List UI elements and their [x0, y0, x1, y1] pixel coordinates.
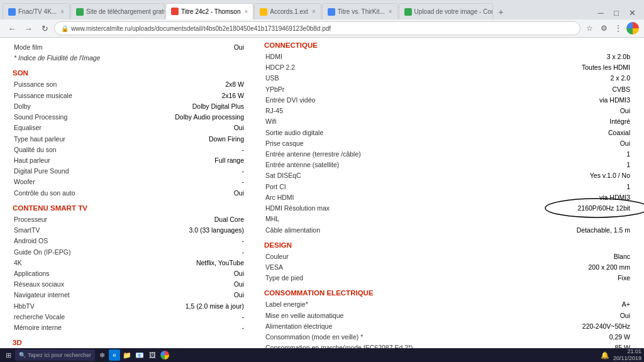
taskbar-right: 🔔 21:01 20/11/2019	[599, 348, 641, 362]
back-button[interactable]: ←	[5, 21, 19, 35]
page-wrapper: Fnac/TV 4K... × Site de téléchargement g…	[0, 0, 644, 362]
address-text: www.mistercalmlte.ru/uploads/documentsde…	[71, 25, 574, 32]
left-column: Mode film Oui * Indice de Fluidité de l'…	[13, 41, 258, 344]
tab-label-6: Upload de votre image - Course...	[414, 8, 493, 15]
table-row: Mémoire interne-	[14, 323, 244, 332]
tab-label-1: Fnac/TV 4K...	[18, 8, 57, 15]
table-row: CouleurBlanc	[265, 252, 630, 261]
spec-value: Blanc	[467, 252, 630, 261]
maximize-button[interactable]: □	[609, 6, 623, 19]
spec-value: A+	[467, 300, 630, 309]
table-row: Puissance musicale2x16 W	[14, 91, 244, 101]
table-row: Type de piedFixe	[265, 273, 630, 283]
spec-value: Netflix, YouTube	[141, 258, 244, 268]
table-row: ApplicationsOui	[14, 269, 244, 278]
spec-value: -	[141, 145, 244, 155]
spec-label: Sat DISEqC	[265, 171, 465, 180]
tab-3[interactable]: Titre 24c2 - Thomson ×	[165, 3, 253, 19]
tab-favicon-1	[8, 8, 16, 16]
tab-close-4[interactable]: ×	[312, 8, 316, 15]
top-specs-table: Mode film Oui * Indice de Fluidité de l'…	[13, 41, 245, 64]
section-title-design: DESIGN	[264, 241, 631, 249]
table-row: Arc HDMIvia HDMI3	[265, 193, 630, 202]
close-button[interactable]: ✕	[625, 6, 639, 19]
extensions-icon[interactable]: ⚙	[597, 22, 610, 35]
menu-icon[interactable]: ⋮	[612, 22, 625, 35]
mail-icon[interactable]: 📧	[134, 349, 145, 361]
spec-label: VESA	[265, 263, 465, 272]
explorer-icon[interactable]: 📁	[121, 349, 133, 361]
table-row: Sound ProcessingDolby Audio processing	[14, 112, 244, 122]
tab-1[interactable]: Fnac/TV 4K... ×	[3, 3, 70, 19]
spec-value: Fixe	[467, 273, 630, 283]
spec-label: Mise en veille automatique	[265, 311, 465, 321]
spec-value: 1	[467, 160, 630, 170]
tab-6[interactable]: Upload de votre image - Course... ×	[399, 3, 493, 19]
table-row: USB2 x 2.0	[265, 74, 630, 83]
windows-start-button[interactable]: ⊞	[3, 349, 14, 361]
table-row: Câble alimentationDetachable, 1.5 m	[265, 226, 630, 235]
table-row: Consommation en marche(mode IEC62087 Ed.…	[265, 343, 630, 348]
table-row: SmartTV3.0 (33 languages)	[14, 226, 244, 235]
spec-label: Type haut parleur	[14, 134, 140, 144]
new-tab-button[interactable]: +	[494, 4, 509, 19]
tab-2[interactable]: Site de téléchargement gratuit ×	[70, 3, 165, 19]
smart-table: ProcesseurDual Core SmartTV3.0 (33 langu…	[13, 214, 245, 334]
spec-label: Entrée DVI vidéo	[265, 96, 465, 105]
table-row: Mode film Oui	[14, 43, 244, 52]
tab-favicon-3	[171, 8, 179, 15]
spec-label: Sound Processing	[14, 112, 140, 122]
reload-button[interactable]: ↻	[38, 21, 52, 35]
table-row: Label energie*A+	[265, 300, 630, 309]
tab-close-1[interactable]: ×	[60, 8, 64, 15]
address-bar[interactable]: 🔒 www.mistercalmlte.ru/uploads/documents…	[54, 21, 580, 35]
search-icon: 🔍	[19, 352, 26, 358]
spec-value: via HDMI3	[467, 96, 630, 105]
table-row: Entrée DVI vidéovia HDMI3	[265, 96, 630, 105]
minimize-button[interactable]: ─	[594, 6, 608, 19]
spec-label: Câble alimentation	[265, 226, 465, 235]
table-row: Digital Pure Sound-	[14, 167, 244, 176]
tab-label-4: Accords.1.ext	[270, 8, 308, 15]
table-row-hdmi-res: HDMI Résolution max 2160P/60Hz 12bit	[265, 204, 630, 213]
spec-value: Oui	[141, 290, 244, 300]
bookmark-icon[interactable]: ☆	[583, 22, 596, 35]
spec-label: HDCP 2.2	[265, 63, 465, 72]
spec-value: Full range	[141, 156, 244, 165]
table-row: Android OS-	[14, 236, 244, 246]
spec-label: Port CI	[265, 182, 465, 192]
spec-label: Sortie audio digitale	[265, 128, 465, 138]
spec-label: * Indice de Fluidité de l'Image	[14, 53, 140, 63]
task-view-icon[interactable]: ❄	[96, 349, 108, 361]
spec-value: Yes v.1.0 / No	[467, 171, 630, 180]
spec-value: -	[141, 167, 244, 176]
spec-label: Equaliser	[14, 123, 140, 133]
table-row: VESA200 x 200 mm	[265, 263, 630, 272]
spec-label: Entrée antenne (satellite)	[265, 160, 465, 170]
browser-chrome: Fnac/TV 4K... × Site de téléchargement g…	[0, 0, 644, 38]
photos-icon[interactable]: 🖼	[147, 349, 158, 361]
tab-5[interactable]: Titre vs. ThirKit... ×	[322, 3, 398, 19]
tab-close-5[interactable]: ×	[389, 8, 392, 15]
spec-value: Intégré	[467, 117, 630, 126]
spec-value: Toutes les HDMI	[467, 63, 630, 72]
spec-value-hdmi-res: 2160P/60Hz 12bit	[467, 204, 630, 213]
forward-button[interactable]: →	[21, 21, 35, 35]
table-row: Puissance son2x8 W	[14, 80, 244, 89]
chrome-taskbar-icon[interactable]	[159, 349, 170, 361]
spec-label: Navigateur internet	[14, 290, 140, 300]
notification-icon[interactable]: 🔔	[599, 349, 611, 361]
table-row: ProcesseurDual Core	[14, 215, 244, 224]
table-row: RJ-45Oui	[265, 106, 630, 116]
spec-label: Wifi	[265, 117, 465, 126]
spec-label: Woofer	[14, 177, 140, 187]
spec-label: Alimentation électrique	[265, 322, 465, 331]
table-row: YPbPrCVBS	[265, 85, 630, 94]
spec-label: Mémoire interne	[14, 323, 140, 332]
spec-value: 2 x 2.0	[467, 74, 630, 83]
spec-value: 1	[467, 182, 630, 192]
tab-close-3[interactable]: ×	[244, 8, 248, 15]
taskbar-search[interactable]: 🔍 Tapez ici pour rechercher	[15, 349, 95, 361]
edge-icon[interactable]: e	[109, 349, 120, 361]
tab-4[interactable]: Accords.1.ext ×	[254, 3, 321, 19]
